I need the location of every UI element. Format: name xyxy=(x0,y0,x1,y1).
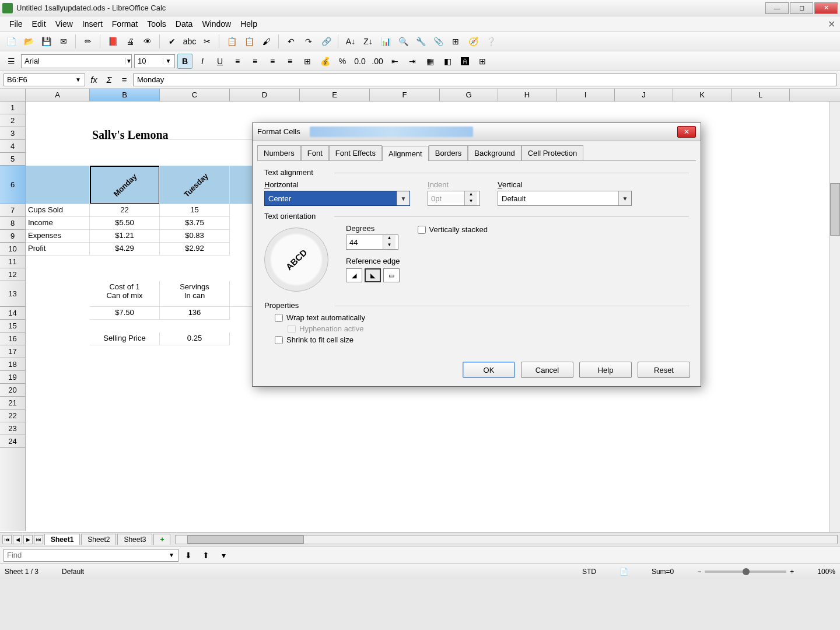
row-header-22[interactable]: 22 xyxy=(0,410,25,422)
font-size-combo[interactable]: ▼ xyxy=(134,54,175,68)
cell-B6[interactable]: Monday xyxy=(90,166,160,204)
row-header-14[interactable]: 14 xyxy=(0,307,25,320)
format-button-8[interactable]: 💰 xyxy=(317,54,332,69)
format-button-14[interactable]: ▦ xyxy=(422,54,438,69)
select-all-corner[interactable] xyxy=(0,89,26,101)
cell-A6[interactable] xyxy=(26,166,90,204)
font-size-dropdown[interactable]: ▼ xyxy=(163,58,173,64)
row-header-13[interactable]: 13 xyxy=(0,281,25,307)
ref-edge-lower[interactable]: ◢ xyxy=(346,268,362,282)
styles-icon[interactable]: ☰ xyxy=(4,54,19,69)
dialog-tab-numbers[interactable]: Numbers xyxy=(257,145,301,160)
orientation-dial[interactable]: ABCD xyxy=(264,228,328,292)
toolbar-button-20[interactable]: 🔍 xyxy=(396,34,411,49)
format-button-15[interactable]: ◧ xyxy=(440,54,455,69)
toolbar-button-3[interactable]: ✉ xyxy=(56,34,71,49)
menu-insert[interactable]: Insert xyxy=(78,18,107,30)
font-size-input[interactable] xyxy=(135,55,163,68)
sheet-tab-1[interactable]: Sheet1 xyxy=(44,534,80,545)
ok-button[interactable]: OK xyxy=(463,362,515,378)
menu-data[interactable]: Data xyxy=(171,18,198,30)
close-doc-button[interactable]: ✕ xyxy=(828,19,835,30)
format-button-10[interactable]: 0.0 xyxy=(352,54,368,69)
column-header-I[interactable]: I xyxy=(556,89,615,101)
cell-C7[interactable]: 15 xyxy=(160,204,230,217)
zoom-slider[interactable]: − + xyxy=(697,568,794,576)
format-button-9[interactable]: % xyxy=(335,54,350,69)
cell-C14[interactable]: 136 xyxy=(160,307,230,320)
row-header-8[interactable]: 8 xyxy=(0,217,25,230)
row-header-6[interactable]: 6 xyxy=(0,166,25,204)
row-header-19[interactable]: 19 xyxy=(0,371,25,384)
column-header-B[interactable]: B xyxy=(90,89,160,101)
toolbar-button-5[interactable]: 📕 xyxy=(105,34,120,49)
formula-input[interactable] xyxy=(133,74,836,86)
cell-B3[interactable]: Sally's Lemona xyxy=(90,127,265,140)
toolbar-button-24[interactable]: 🧭 xyxy=(466,34,481,49)
toolbar-button-16[interactable]: 🔗 xyxy=(318,34,334,49)
degrees-input[interactable] xyxy=(346,238,383,247)
menu-window[interactable]: Window xyxy=(197,18,236,30)
prev-sheet-button[interactable]: ◀ xyxy=(13,535,22,544)
font-name-combo[interactable]: ▼ xyxy=(21,54,132,68)
find-combo[interactable]: ▼ xyxy=(4,549,178,562)
cell-A7[interactable]: Cups Sold xyxy=(26,204,90,217)
toolbar-button-2[interactable]: 💾 xyxy=(38,34,54,49)
dialog-tab-alignment[interactable]: Alignment xyxy=(382,146,429,161)
row-header-3[interactable]: 3 xyxy=(0,127,25,140)
find-options-button[interactable]: ▾ xyxy=(216,548,231,563)
menu-tools[interactable]: Tools xyxy=(142,18,171,30)
menu-help[interactable]: Help xyxy=(236,18,262,30)
format-button-6[interactable]: ≡ xyxy=(282,54,298,69)
menu-view[interactable]: View xyxy=(51,18,78,30)
column-header-A[interactable]: A xyxy=(26,89,90,101)
dialog-titlebar[interactable]: Format Cells ✕ xyxy=(253,123,701,141)
degrees-spinner[interactable]: ▲▼ xyxy=(346,235,398,250)
format-button-12[interactable]: ⇤ xyxy=(387,54,402,69)
wrap-text-checkbox[interactable] xyxy=(275,314,283,322)
row-header-9[interactable]: 9 xyxy=(0,230,25,243)
status-zoom[interactable]: 100% xyxy=(817,568,835,576)
column-header-H[interactable]: H xyxy=(498,89,556,101)
format-button-11[interactable]: .00 xyxy=(370,54,385,69)
vertically-stacked-checkbox[interactable] xyxy=(418,226,426,234)
row-header-10[interactable]: 10 xyxy=(0,243,25,256)
row-header-24[interactable]: 24 xyxy=(0,435,25,448)
column-header-J[interactable]: J xyxy=(615,89,673,101)
toolbar-button-8[interactable]: ✔ xyxy=(164,34,180,49)
zoom-out-icon[interactable]: − xyxy=(697,568,701,576)
row-header-4[interactable]: 4 xyxy=(0,140,25,153)
row-header-18[interactable]: 18 xyxy=(0,358,25,371)
find-dropdown[interactable]: ▼ xyxy=(166,552,177,558)
shrink-checkbox[interactable] xyxy=(275,336,283,344)
format-button-17[interactable]: ⊞ xyxy=(475,54,490,69)
help-button[interactable]: Help xyxy=(579,362,632,378)
last-sheet-button[interactable]: ⏭ xyxy=(34,535,43,544)
toolbar-button-22[interactable]: 📎 xyxy=(430,34,446,49)
format-button-13[interactable]: ⇥ xyxy=(405,54,420,69)
toolbar-button-17[interactable]: A↓ xyxy=(343,34,358,49)
ref-edge-upper[interactable]: ◣ xyxy=(365,268,381,282)
font-name-input[interactable] xyxy=(22,55,125,68)
row-header-12[interactable]: 12 xyxy=(0,268,25,281)
column-header-C[interactable]: C xyxy=(160,89,230,101)
column-header-F[interactable]: F xyxy=(370,89,440,101)
column-header-G[interactable]: G xyxy=(440,89,498,101)
cell-C10[interactable]: $2.92 xyxy=(160,243,230,256)
menu-format[interactable]: Format xyxy=(107,18,142,30)
menu-edit[interactable]: Edit xyxy=(27,18,51,30)
toolbar-button-15[interactable]: ↷ xyxy=(301,34,316,49)
toolbar-button-11[interactable]: 📋 xyxy=(224,34,239,49)
cell-C6[interactable]: Tuesday xyxy=(160,166,230,204)
column-header-K[interactable]: K xyxy=(673,89,732,101)
cell-B10[interactable]: $4.29 xyxy=(90,243,160,256)
maximize-button[interactable]: ◻ xyxy=(790,2,813,14)
cell-B9[interactable]: $1.21 xyxy=(90,230,160,243)
row-header-20[interactable]: 20 xyxy=(0,384,25,397)
toolbar-button-18[interactable]: Z↓ xyxy=(360,34,376,49)
degrees-down[interactable]: ▼ xyxy=(383,242,396,249)
sheet-tab-3[interactable]: Sheet3 xyxy=(117,534,152,545)
add-sheet-button[interactable]: + xyxy=(153,534,170,545)
column-header-D[interactable]: D xyxy=(230,89,300,101)
ref-edge-inside[interactable]: ▭ xyxy=(383,268,400,282)
